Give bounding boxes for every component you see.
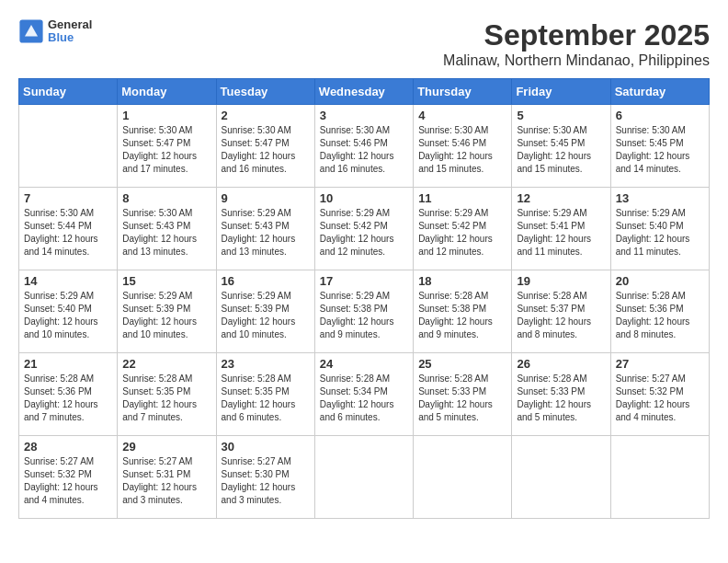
sunrise-text: Sunrise: 5:27 AM (24, 456, 94, 466)
day-info: Sunrise: 5:28 AMSunset: 5:37 PMDaylight:… (517, 290, 605, 341)
sunset-text: Sunset: 5:47 PM (222, 138, 290, 148)
sunrise-text: Sunrise: 5:28 AM (418, 373, 488, 384)
sunset-text: Sunset: 5:45 PM (616, 138, 684, 148)
day-info: Sunrise: 5:27 AMSunset: 5:32 PMDaylight:… (616, 373, 704, 424)
sunrise-text: Sunrise: 5:30 AM (616, 125, 686, 135)
sunset-text: Sunset: 5:32 PM (616, 386, 684, 396)
sunrise-text: Sunrise: 5:28 AM (122, 373, 192, 384)
calendar-cell: 12Sunrise: 5:29 AMSunset: 5:41 PMDayligh… (512, 188, 610, 270)
calendar-header-row: SundayMondayTuesdayWednesdayThursdayFrid… (19, 79, 710, 105)
sunrise-text: Sunrise: 5:29 AM (418, 208, 488, 218)
day-number: 20 (616, 274, 704, 288)
daylight-text: Daylight: 12 hours and 7 minutes. (122, 399, 197, 422)
day-info: Sunrise: 5:27 AMSunset: 5:31 PMDaylight:… (122, 455, 210, 507)
sunset-text: Sunset: 5:33 PM (517, 386, 585, 396)
daylight-text: Daylight: 12 hours and 11 minutes. (616, 234, 690, 257)
sunset-text: Sunset: 5:42 PM (418, 221, 486, 231)
sunrise-text: Sunrise: 5:27 AM (616, 373, 686, 384)
day-info: Sunrise: 5:28 AMSunset: 5:33 PMDaylight:… (418, 373, 506, 424)
day-number: 6 (616, 109, 704, 122)
day-info: Sunrise: 5:30 AMSunset: 5:45 PMDaylight:… (616, 124, 704, 176)
daylight-text: Daylight: 12 hours and 9 minutes. (418, 316, 493, 339)
calendar-cell: 28Sunrise: 5:27 AMSunset: 5:32 PMDayligh… (19, 436, 118, 519)
calendar-cell: 11Sunrise: 5:29 AMSunset: 5:42 PMDayligh… (414, 188, 512, 270)
calendar-cell: 27Sunrise: 5:27 AMSunset: 5:32 PMDayligh… (610, 353, 709, 436)
daylight-text: Daylight: 12 hours and 14 minutes. (616, 151, 690, 174)
daylight-text: Daylight: 12 hours and 4 minutes. (24, 482, 98, 505)
day-number: 14 (24, 274, 112, 288)
week-row-5: 28Sunrise: 5:27 AMSunset: 5:32 PMDayligh… (19, 436, 710, 519)
day-number: 16 (222, 274, 310, 288)
day-number: 5 (517, 109, 605, 122)
calendar-cell: 26Sunrise: 5:28 AMSunset: 5:33 PMDayligh… (512, 353, 610, 436)
calendar-cell: 16Sunrise: 5:29 AMSunset: 5:39 PMDayligh… (216, 270, 314, 353)
logo: General Blue (18, 18, 92, 45)
calendar-cell: 29Sunrise: 5:27 AMSunset: 5:31 PMDayligh… (118, 436, 216, 519)
sunrise-text: Sunrise: 5:28 AM (418, 291, 488, 301)
day-info: Sunrise: 5:27 AMSunset: 5:32 PMDaylight:… (24, 455, 112, 507)
day-number: 7 (24, 191, 112, 205)
day-header-sunday: Sunday (19, 79, 118, 105)
day-number: 21 (24, 357, 112, 371)
sunset-text: Sunset: 5:44 PM (24, 221, 92, 231)
day-info: Sunrise: 5:29 AMSunset: 5:42 PMDaylight:… (418, 207, 506, 259)
sunrise-text: Sunrise: 5:30 AM (320, 125, 390, 135)
calendar-cell: 25Sunrise: 5:28 AMSunset: 5:33 PMDayligh… (414, 353, 512, 436)
daylight-text: Daylight: 12 hours and 6 minutes. (320, 399, 394, 422)
day-header-tuesday: Tuesday (216, 79, 314, 105)
day-number: 3 (320, 109, 408, 122)
week-row-3: 14Sunrise: 5:29 AMSunset: 5:40 PMDayligh… (19, 270, 710, 353)
day-header-thursday: Thursday (414, 79, 512, 105)
sunset-text: Sunset: 5:35 PM (222, 386, 290, 396)
calendar-cell: 18Sunrise: 5:28 AMSunset: 5:38 PMDayligh… (414, 270, 512, 353)
daylight-text: Daylight: 12 hours and 13 minutes. (122, 234, 197, 257)
daylight-text: Daylight: 12 hours and 6 minutes. (222, 399, 296, 422)
day-info: Sunrise: 5:28 AMSunset: 5:35 PMDaylight:… (122, 373, 210, 424)
day-info: Sunrise: 5:28 AMSunset: 5:36 PMDaylight:… (24, 373, 112, 424)
day-info: Sunrise: 5:29 AMSunset: 5:40 PMDaylight:… (24, 290, 112, 341)
day-info: Sunrise: 5:28 AMSunset: 5:36 PMDaylight:… (616, 290, 704, 341)
day-header-monday: Monday (118, 79, 216, 105)
logo-line2: Blue (48, 31, 92, 44)
day-number: 12 (517, 191, 605, 205)
day-number: 1 (122, 109, 210, 122)
sunrise-text: Sunrise: 5:30 AM (122, 125, 192, 135)
day-number: 24 (320, 357, 408, 371)
daylight-text: Daylight: 12 hours and 4 minutes. (616, 399, 690, 422)
daylight-text: Daylight: 12 hours and 15 minutes. (418, 151, 493, 174)
daylight-text: Daylight: 12 hours and 3 minutes. (122, 482, 197, 505)
sunrise-text: Sunrise: 5:28 AM (517, 291, 586, 301)
calendar-cell: 4Sunrise: 5:30 AMSunset: 5:46 PMDaylight… (414, 105, 512, 188)
sunset-text: Sunset: 5:42 PM (320, 221, 388, 231)
sunset-text: Sunset: 5:45 PM (517, 138, 585, 148)
daylight-text: Daylight: 12 hours and 12 minutes. (418, 234, 493, 257)
daylight-text: Daylight: 12 hours and 3 minutes. (222, 482, 296, 505)
week-row-4: 21Sunrise: 5:28 AMSunset: 5:36 PMDayligh… (19, 353, 710, 436)
week-row-1: 1Sunrise: 5:30 AMSunset: 5:47 PMDaylight… (19, 105, 710, 188)
sunrise-text: Sunrise: 5:29 AM (616, 208, 686, 218)
sunset-text: Sunset: 5:36 PM (616, 304, 684, 314)
calendar-cell: 5Sunrise: 5:30 AMSunset: 5:45 PMDaylight… (512, 105, 610, 188)
week-row-2: 7Sunrise: 5:30 AMSunset: 5:44 PMDaylight… (19, 188, 710, 270)
calendar-cell: 8Sunrise: 5:30 AMSunset: 5:43 PMDaylight… (118, 188, 216, 270)
daylight-text: Daylight: 12 hours and 7 minutes. (24, 399, 98, 422)
sunset-text: Sunset: 5:36 PM (24, 386, 92, 396)
sunset-text: Sunset: 5:39 PM (122, 304, 190, 314)
day-number: 27 (616, 357, 704, 371)
day-header-friday: Friday (512, 79, 610, 105)
calendar-cell: 9Sunrise: 5:29 AMSunset: 5:43 PMDaylight… (216, 188, 314, 270)
day-header-saturday: Saturday (610, 79, 709, 105)
sunset-text: Sunset: 5:46 PM (320, 138, 388, 148)
day-number: 9 (222, 191, 310, 205)
day-info: Sunrise: 5:28 AMSunset: 5:34 PMDaylight:… (320, 373, 408, 424)
calendar-cell: 2Sunrise: 5:30 AMSunset: 5:47 PMDaylight… (216, 105, 314, 188)
calendar-cell: 24Sunrise: 5:28 AMSunset: 5:34 PMDayligh… (314, 353, 413, 436)
sunrise-text: Sunrise: 5:27 AM (222, 456, 291, 466)
daylight-text: Daylight: 12 hours and 5 minutes. (517, 399, 591, 422)
daylight-text: Daylight: 12 hours and 13 minutes. (222, 234, 296, 257)
day-number: 15 (122, 274, 210, 288)
calendar-cell: 21Sunrise: 5:28 AMSunset: 5:36 PMDayligh… (19, 353, 118, 436)
day-info: Sunrise: 5:29 AMSunset: 5:39 PMDaylight:… (122, 290, 210, 341)
calendar-cell (414, 436, 512, 519)
day-number: 2 (222, 109, 310, 122)
